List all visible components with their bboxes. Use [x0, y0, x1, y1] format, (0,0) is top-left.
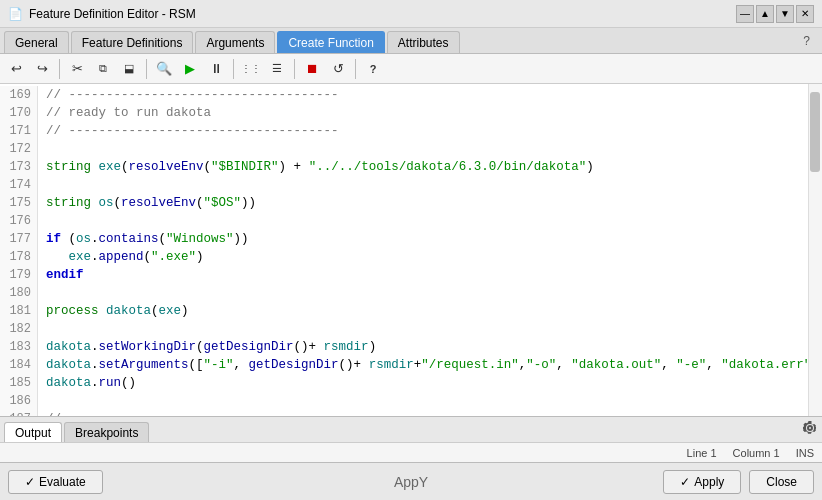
line-row: 175 string os(resolveEnv("$OS")) [0, 194, 808, 212]
toolbar: ↩ ↪ ✂ ⧉ ⬓ 🔍 ▶ ⏸ ⋮⋮ ☰ ⏹ ↺ ? [0, 54, 822, 84]
redo-button[interactable]: ↪ [30, 57, 54, 81]
line-row: 187 // ---------------------------------… [0, 410, 808, 416]
list-button[interactable]: ☰ [265, 57, 289, 81]
tab-create-function[interactable]: Create Function [277, 31, 384, 53]
line-row: 182 [0, 320, 808, 338]
line-number: 174 [0, 176, 38, 194]
pause-button[interactable]: ⏸ [204, 57, 228, 81]
line-row: 171 // ---------------------------------… [0, 122, 808, 140]
tab-output[interactable]: Output [4, 422, 62, 442]
code-editor[interactable]: 169 // ---------------------------------… [0, 84, 822, 416]
line-number: 181 [0, 302, 38, 320]
toolbar-sep-3 [233, 59, 234, 79]
reset-button[interactable]: ↺ [326, 57, 350, 81]
line-content[interactable]: // ------------------------------------ [38, 122, 339, 140]
toolbar-sep-1 [59, 59, 60, 79]
help-toolbar-button[interactable]: ? [361, 57, 385, 81]
line-content[interactable]: // ------------------------------------ [38, 410, 339, 416]
line-content[interactable]: string os(resolveEnv("$OS")) [38, 194, 256, 212]
line-content[interactable]: dakota.run() [38, 374, 136, 392]
app-icon: 📄 [8, 7, 23, 21]
scrollbar-thumb[interactable] [810, 92, 820, 172]
line-content[interactable]: // ------------------------------------ [38, 86, 339, 104]
line-row: 173 string exe(resolveEnv("$BINDIR") + "… [0, 158, 808, 176]
line-content[interactable] [38, 176, 54, 194]
evaluate-label: Evaluate [39, 475, 86, 489]
tab-breakpoints[interactable]: Breakpoints [64, 422, 149, 442]
toolbar-sep-4 [294, 59, 295, 79]
line-content[interactable]: dakota.setWorkingDir(getDesignDir()+ rsm… [38, 338, 376, 356]
line-number: 186 [0, 392, 38, 410]
evaluate-button[interactable]: ✓ Evaluate [8, 470, 103, 494]
line-row: 177 if (os.contains("Windows")) [0, 230, 808, 248]
status-column: Column 1 [733, 447, 780, 459]
status-bar: Line 1 Column 1 INS [0, 442, 822, 462]
find-button[interactable]: 🔍 [152, 57, 176, 81]
line-number: 176 [0, 212, 38, 230]
line-number: 173 [0, 158, 38, 176]
line-row: 179 endif [0, 266, 808, 284]
line-row: 180 [0, 284, 808, 302]
line-number: 183 [0, 338, 38, 356]
status-mode: INS [796, 447, 814, 459]
minimize-button[interactable]: — [736, 5, 754, 23]
paste-button[interactable]: ⬓ [117, 57, 141, 81]
cut-button[interactable]: ✂ [65, 57, 89, 81]
scrollbar-track[interactable] [808, 84, 822, 416]
line-content[interactable] [38, 320, 54, 338]
status-line: Line 1 [687, 447, 717, 459]
line-number: 175 [0, 194, 38, 212]
line-number: 182 [0, 320, 38, 338]
line-content[interactable] [38, 140, 54, 158]
restore-button[interactable]: ▼ [776, 5, 794, 23]
line-row: 185 dakota.run() [0, 374, 808, 392]
line-number: 184 [0, 356, 38, 374]
step-button[interactable]: ⋮⋮ [239, 57, 263, 81]
line-number: 187 [0, 410, 38, 416]
line-row: 169 // ---------------------------------… [0, 86, 808, 104]
line-content[interactable] [38, 284, 54, 302]
line-number: 178 [0, 248, 38, 266]
tab-strip: General Feature Definitions Arguments Cr… [0, 28, 822, 54]
code-area-wrapper: 169 // ---------------------------------… [0, 84, 822, 462]
line-content[interactable]: endif [38, 266, 84, 284]
apply-icon: ✓ [680, 475, 690, 489]
tab-feature-definitions[interactable]: Feature Definitions [71, 31, 194, 53]
line-row: 181 process dakota(exe) [0, 302, 808, 320]
line-content[interactable]: exe.append(".exe") [38, 248, 204, 266]
toolbar-sep-2 [146, 59, 147, 79]
close-button[interactable]: Close [749, 470, 814, 494]
main-content: General Feature Definitions Arguments Cr… [0, 28, 822, 500]
line-content[interactable]: process dakota(exe) [38, 302, 189, 320]
window-title: Feature Definition Editor - RSM [29, 7, 196, 21]
toolbar-sep-5 [355, 59, 356, 79]
tab-attributes[interactable]: Attributes [387, 31, 460, 53]
copy-button[interactable]: ⧉ [91, 57, 115, 81]
line-content[interactable]: // ready to run dakota [38, 104, 211, 122]
tab-general[interactable]: General [4, 31, 69, 53]
code-scroll[interactable]: 169 // ---------------------------------… [0, 84, 808, 416]
app-label: AppY [394, 474, 428, 490]
line-number: 177 [0, 230, 38, 248]
line-content[interactable] [38, 392, 54, 410]
line-content[interactable]: string exe(resolveEnv("$BINDIR") + "../.… [38, 158, 594, 176]
line-content[interactable]: if (os.contains("Windows")) [38, 230, 249, 248]
settings-icon[interactable] [802, 420, 818, 439]
line-row: 174 [0, 176, 808, 194]
line-row: 170 // ready to run dakota [0, 104, 808, 122]
line-content[interactable]: dakota.setArguments(["-i", getDesignDir(… [38, 356, 808, 374]
title-bar-left: 📄 Feature Definition Editor - RSM [8, 7, 196, 21]
title-bar-controls[interactable]: — ▲ ▼ ✕ [736, 5, 814, 23]
line-number: 169 [0, 86, 38, 104]
line-number: 172 [0, 140, 38, 158]
help-icon[interactable]: ? [795, 34, 818, 48]
close-label: Close [766, 475, 797, 489]
maximize-button[interactable]: ▲ [756, 5, 774, 23]
run-button[interactable]: ▶ [178, 57, 202, 81]
undo-button[interactable]: ↩ [4, 57, 28, 81]
stop-button[interactable]: ⏹ [300, 57, 324, 81]
tab-arguments[interactable]: Arguments [195, 31, 275, 53]
line-content[interactable] [38, 212, 54, 230]
apply-button[interactable]: ✓ Apply [663, 470, 741, 494]
close-button[interactable]: ✕ [796, 5, 814, 23]
